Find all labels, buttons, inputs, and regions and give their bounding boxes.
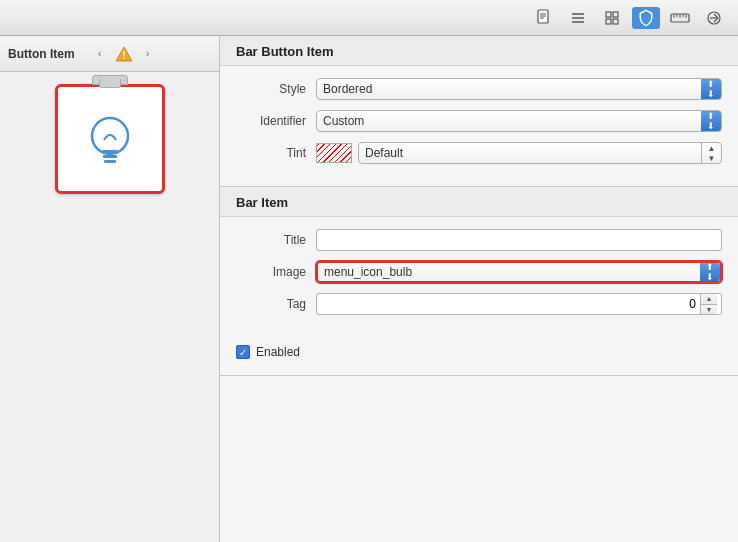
left-panel-content — [0, 72, 219, 542]
tag-value: 0 — [321, 297, 700, 311]
toolbar-shield-icon[interactable] — [632, 7, 660, 29]
title-input[interactable] — [316, 229, 722, 251]
bar-button-item-content: Style Bordered ⬆⬇ Identifier Custom — [220, 66, 738, 186]
svg-rect-8 — [613, 12, 618, 17]
bottom-divider — [220, 375, 738, 376]
style-dropdown[interactable]: Bordered ⬆⬇ — [316, 78, 722, 100]
clipboard-preview — [55, 84, 165, 194]
identifier-value: Custom — [323, 114, 715, 128]
svg-rect-10 — [613, 19, 618, 24]
identifier-dropdown[interactable]: Custom ⬆⬇ — [316, 110, 722, 132]
top-toolbar — [0, 0, 738, 36]
identifier-control: Custom ⬆⬇ — [316, 110, 722, 132]
identifier-label: Identifier — [236, 114, 316, 128]
tint-dropdown[interactable]: Default ▲ ▼ — [358, 142, 722, 164]
style-value: Bordered — [323, 82, 715, 96]
identifier-row: Identifier Custom ⬆⬇ — [236, 110, 722, 132]
tag-stepper[interactable]: 0 ▲ ▼ — [316, 293, 722, 315]
image-label: Image — [236, 265, 316, 279]
enabled-row: ✓ Enabled — [220, 337, 738, 367]
image-row: Image menu_icon_bulb ⬆⬇ — [236, 261, 722, 283]
bar-item-content: Title Image menu_icon_bulb ⬆⬇ — [220, 217, 738, 337]
toolbar-arrow-icon[interactable] — [700, 7, 728, 29]
title-control — [316, 229, 722, 251]
main-layout: Button Item ‹ ! › — [0, 36, 738, 542]
image-control: menu_icon_bulb ⬆⬇ — [316, 261, 722, 283]
svg-rect-7 — [606, 12, 611, 17]
tag-row: Tag 0 ▲ ▼ — [236, 293, 722, 315]
warning-icon: ! — [115, 45, 133, 63]
svg-text:!: ! — [122, 50, 125, 61]
left-panel: Button Item ‹ ! › — [0, 36, 220, 542]
toolbar-document-icon[interactable] — [530, 7, 558, 29]
image-value: menu_icon_bulb — [324, 265, 714, 279]
svg-rect-22 — [102, 150, 118, 153]
stepper-down-button[interactable]: ▼ — [701, 305, 717, 315]
stepper-up-button[interactable]: ▲ — [701, 294, 717, 305]
clipboard-clip — [92, 75, 128, 85]
enabled-checkbox[interactable]: ✓ — [236, 345, 250, 359]
nav-next-button[interactable]: › — [139, 45, 157, 63]
toolbar-grid-icon[interactable] — [598, 7, 626, 29]
identifier-dropdown-arrow: ⬆⬇ — [701, 111, 721, 131]
enabled-label: Enabled — [256, 345, 300, 359]
nav-prev-button[interactable]: ‹ — [91, 45, 109, 63]
style-dropdown-arrow: ⬆⬇ — [701, 79, 721, 99]
tag-label: Tag — [236, 297, 316, 311]
tint-value: Default — [365, 146, 715, 160]
panel-title: Button Item — [8, 47, 75, 61]
toolbar-lines-icon[interactable] — [564, 7, 592, 29]
tint-control: Default ▲ ▼ — [316, 142, 722, 164]
bar-button-item-header: Bar Button Item — [220, 36, 738, 66]
style-label: Style — [236, 82, 316, 96]
tint-swatch[interactable] — [316, 143, 352, 163]
svg-rect-9 — [606, 19, 611, 24]
svg-rect-24 — [104, 160, 116, 163]
style-row: Style Bordered ⬆⬇ — [236, 78, 722, 100]
svg-rect-23 — [103, 155, 117, 158]
right-panel: Bar Button Item Style Bordered ⬆⬇ Identi… — [220, 36, 738, 542]
title-row: Title — [236, 229, 722, 251]
bar-item-section: Bar Item Title Image menu_icon_bulb — [220, 186, 738, 376]
style-control: Bordered ⬆⬇ — [316, 78, 722, 100]
tint-label: Tint — [236, 146, 316, 160]
title-label: Title — [236, 233, 316, 247]
bar-item-header: Bar Item — [220, 187, 738, 217]
stepper-buttons: ▲ ▼ — [700, 294, 717, 314]
tint-row: Tint Default ▲ ▼ — [236, 142, 722, 164]
tint-dropdown-arrow: ▲ ▼ — [701, 143, 721, 163]
tag-control: 0 ▲ ▼ — [316, 293, 722, 315]
left-panel-header: Button Item ‹ ! › — [0, 36, 219, 72]
image-dropdown[interactable]: menu_icon_bulb ⬆⬇ — [316, 261, 722, 283]
bulb-icon — [84, 112, 136, 174]
toolbar-ruler-icon[interactable] — [666, 7, 694, 29]
image-dropdown-arrow: ⬆⬇ — [700, 263, 720, 281]
